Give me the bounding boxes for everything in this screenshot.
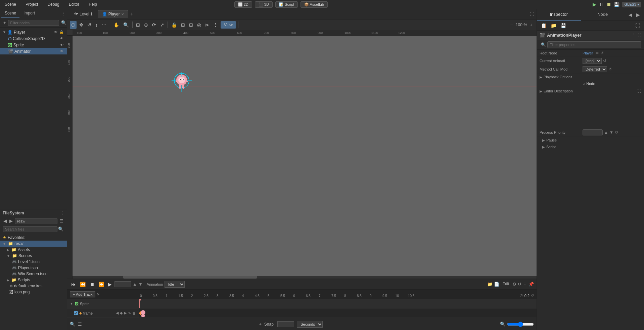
fs-item-winscreen[interactable]: 🎮 Win Screen.tscn	[0, 271, 67, 277]
easing-button[interactable]: ∿	[128, 311, 131, 316]
anim-time-down-icon[interactable]: ▼	[138, 282, 143, 287]
gles-badge[interactable]: GLES3 ▾	[622, 2, 641, 7]
viewport-scrollbar-thumb[interactable]	[123, 276, 257, 279]
inspector-history-button[interactable]: 📋	[540, 22, 548, 29]
anim-new-button[interactable]: 📄	[494, 282, 499, 287]
root-node-link[interactable]: Player	[583, 51, 593, 55]
editor-description-section[interactable]: ▶ Editor Description ⛶	[537, 87, 644, 95]
tab-player-close-icon[interactable]: ✕	[121, 12, 124, 16]
fs-back-button[interactable]: ◀	[3, 218, 7, 224]
animator-visibility-button[interactable]: 👁	[59, 49, 64, 54]
priority-input[interactable]: 0	[583, 129, 603, 135]
anim-time-input[interactable]: 0	[114, 281, 131, 287]
prev-keyframe-button[interactable]: ◀	[116, 311, 119, 316]
method-call-reset-icon[interactable]: ↺	[608, 67, 612, 72]
zoom-out-button[interactable]: −	[509, 21, 514, 29]
list-tracks-button[interactable]: ☰	[78, 322, 82, 327]
pan-tool-button[interactable]: ✋	[112, 21, 121, 29]
playback-options-section[interactable]: ▶ Playback Options	[537, 74, 644, 80]
add-track-button[interactable]: + Add Track	[70, 291, 95, 297]
tree-item-sprite[interactable]: 🖼 Sprite 👁	[0, 42, 67, 48]
timeline-zoom-slider[interactable]	[507, 322, 534, 327]
timeline-zoom-icon[interactable]: 🔍	[500, 322, 506, 327]
add-keyframe-button[interactable]: ◆	[120, 311, 123, 316]
rotate-tool-button[interactable]: ↺	[86, 21, 93, 29]
delete-keyframe-button[interactable]: 🗑	[132, 311, 136, 316]
component-options-icon[interactable]: ⋮	[632, 33, 636, 37]
priority-up-icon[interactable]: ▲	[604, 130, 608, 135]
zoom-tool-button[interactable]: 🔍	[122, 21, 130, 29]
player-visibility-button[interactable]: 👁	[53, 30, 58, 35]
fs-item-level1[interactable]: 🎮 Level 1.tscn	[0, 259, 67, 265]
inspector-back-button[interactable]: ◀	[627, 11, 634, 18]
play-button[interactable]: ▶	[593, 2, 596, 7]
pause-button[interactable]: ⏸	[599, 2, 604, 7]
component-expand-icon[interactable]: ⛶	[638, 33, 641, 37]
zoom-in-button[interactable]: +	[528, 21, 534, 29]
fs-item-scenes[interactable]: ▼ 📁 Scenes	[0, 253, 67, 259]
inspector-forward-button[interactable]: ▶	[635, 11, 641, 18]
add-tab-button[interactable]: +	[129, 11, 135, 17]
stop-button[interactable]: ⏹	[606, 2, 611, 7]
tab-player[interactable]: 👤 Player ✕	[98, 10, 128, 18]
player-lock-button[interactable]: 🔒	[59, 30, 64, 35]
mode-script-button[interactable]: 📝 Script	[275, 1, 298, 8]
anim-loop-button[interactable]: ↺	[518, 282, 521, 287]
menu-scene[interactable]: Scene	[3, 1, 18, 7]
snap-unit-select[interactable]: Seconds Frames	[297, 321, 323, 328]
save-button[interactable]: 💾	[614, 2, 619, 7]
editor-desc-expand-icon[interactable]: ⛶	[637, 89, 641, 93]
track-timelines[interactable]	[139, 299, 537, 318]
priority-down-icon[interactable]: ▼	[609, 130, 613, 135]
tree-item-player[interactable]: ▼ 👤 Player 👁 🔒	[0, 29, 67, 35]
mode-3d-button[interactable]: ⬛ 3D	[255, 1, 273, 8]
fs-item-res[interactable]: ▼ 📁 res://	[0, 241, 67, 247]
character-sprite[interactable]	[172, 72, 192, 92]
canvas-area[interactable]	[73, 36, 537, 279]
anim-next-frame-button[interactable]: ⏩	[97, 281, 105, 288]
fs-item-playertscn[interactable]: 🎮 Player.tscn	[0, 265, 67, 271]
view-button[interactable]: View	[221, 21, 236, 29]
fs-favorites-header[interactable]: ★ Favorites:	[0, 235, 67, 241]
script-section[interactable]: ▶ Script	[537, 143, 644, 150]
track-header-more-icon[interactable]: ⊳	[97, 292, 100, 296]
anim-folder-button[interactable]: 📁	[487, 282, 493, 287]
pause-section[interactable]: ▶ Pause	[537, 137, 644, 143]
scale-snap-button[interactable]: ⤢	[159, 21, 166, 29]
menu-help[interactable]: Help	[87, 1, 99, 7]
anim-pin-button[interactable]: 📌	[528, 282, 534, 287]
animation-name-select[interactable]: Idle	[165, 281, 185, 288]
collision-visibility-button[interactable]: 👁	[59, 36, 64, 41]
tree-item-collisionshape2d[interactable]: ⬡ CollisionShape2D 👁	[0, 35, 67, 42]
menu-debug[interactable]: Debug	[45, 1, 61, 7]
sprite-visibility-button[interactable]: 👁	[59, 42, 64, 47]
more-tools-button[interactable]: ⋮	[212, 21, 219, 29]
tab-level1[interactable]: 🗺 Level 1	[70, 10, 97, 18]
axis-snap-button[interactable]: ⊕	[143, 21, 149, 29]
fs-layout-button[interactable]: ☰	[59, 218, 64, 224]
add-node-button[interactable]: +	[3, 19, 7, 26]
scene-panel-menu-icon[interactable]: ⋮	[61, 11, 65, 16]
group-button[interactable]: ⊞	[180, 21, 186, 29]
node-link-text[interactable]: Node	[586, 82, 595, 86]
viewport-scrollbar-h[interactable]	[73, 276, 537, 279]
viewport[interactable]: -100 100 200 300 400 500 600 700 800 900…	[67, 30, 537, 279]
inspector-save-button[interactable]: 💾	[559, 22, 567, 29]
fs-item-iconpng[interactable]: 🖼 icon.png	[0, 289, 67, 295]
pivot-button[interactable]: ◎	[196, 21, 202, 29]
move-tool-button[interactable]: ✥	[78, 21, 85, 29]
frame-track-checkbox[interactable]	[74, 311, 78, 315]
anim-more-button[interactable]: ⋮	[523, 282, 527, 287]
priority-reset-icon[interactable]: ↺	[615, 130, 618, 135]
search-nodes-button[interactable]: 🔍	[60, 19, 67, 26]
mode-2d-button[interactable]: ⬜ 2D	[234, 1, 252, 8]
current-anim-reset-icon[interactable]: ↺	[603, 58, 606, 63]
filter-nodes-input[interactable]	[8, 20, 59, 26]
speed-reset-button[interactable]: ↺	[531, 293, 534, 298]
inspector-folder-button[interactable]: 📁	[549, 22, 558, 29]
fs-item-defaultenv[interactable]: ⚙ default_env.tres	[0, 283, 67, 289]
fs-search-input[interactable]	[3, 226, 57, 232]
filter-tracks-button[interactable]: 🔍	[70, 322, 75, 327]
anim-stop-button[interactable]: ⏹	[88, 281, 96, 288]
lock-button[interactable]: 🔒	[170, 21, 178, 29]
